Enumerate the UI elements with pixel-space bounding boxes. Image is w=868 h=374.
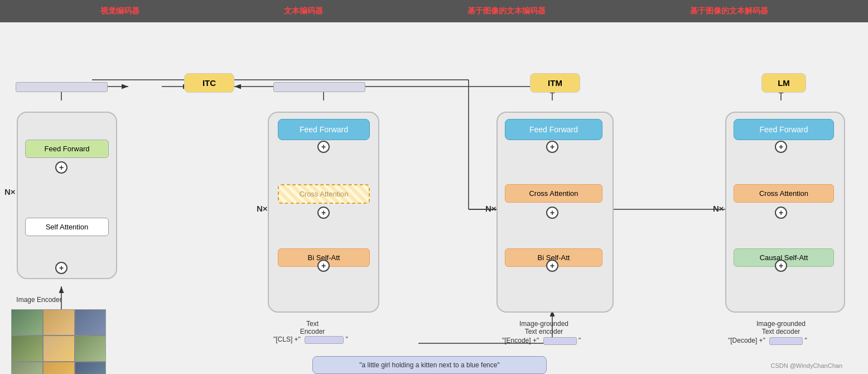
watermark: CSDN @WindyChanChan	[770, 362, 842, 369]
image-encoder-nx: N×	[4, 187, 16, 196]
image-encoder-output-bar	[16, 82, 108, 92]
ig-encoder-plus-3: +	[546, 260, 558, 272]
ig-encoder-label: Image-groundedText encoder	[499, 320, 589, 335]
ig-decoder-plus-2: +	[775, 207, 787, 219]
ig-decoder-feed-forward: Feed Forward	[734, 119, 834, 140]
itm-box: ITM	[530, 73, 580, 93]
image-grid	[11, 309, 106, 374]
arrows-svg	[0, 25, 848, 371]
ig-decoder-cross-att: Cross Attention	[734, 184, 834, 203]
lm-box: LM	[761, 73, 806, 93]
text-encoder-cross-att: Cross Attention	[278, 184, 370, 204]
image-encoder-self-att: Self Attention	[25, 218, 109, 236]
ig-decoder-input: "[Decode] +" "	[728, 337, 807, 345]
label-image-grounded-decoder: 基于图像的文本解码器	[690, 6, 768, 16]
ig-encoder-plus-1: +	[546, 141, 558, 153]
ig-encoder-input: "[Encode] +" "	[502, 337, 581, 345]
ig-encoder-feed-forward: Feed Forward	[505, 119, 602, 140]
label-vision-encoder: 视觉编码器	[100, 6, 139, 16]
itc-box: ITC	[184, 73, 234, 93]
ig-encoder-cross-att: Cross Attention	[505, 184, 602, 203]
ig-encoder-nx: N×	[485, 204, 496, 213]
label-text-encoder: 文本编码器	[284, 6, 323, 16]
label-image-grounded-encoder: 基于图像的文本编码器	[467, 6, 546, 16]
image-encoder-plus-1: +	[55, 161, 67, 174]
text-encoder-plus-1: +	[317, 141, 330, 153]
text-encoder-output-bar	[273, 82, 365, 92]
ig-decoder-plus-1: +	[775, 141, 787, 153]
image-encoder-plus-2: +	[55, 262, 67, 274]
image-encoder-label: Image Encoder	[3, 296, 75, 304]
diagram-area: N× Feed Forward + Self Attention + Image…	[0, 25, 848, 371]
text-encoder-nx: N×	[257, 204, 268, 213]
top-bar: 视觉编码器 文本编码器 基于图像的文本编码器 基于图像的文本解码器	[0, 0, 868, 22]
text-encoder-feed-forward: Feed Forward	[278, 119, 370, 140]
text-encoder-plus-3: +	[317, 260, 330, 272]
sentence-box: "a little girl holding a kitten next to …	[312, 356, 547, 374]
text-encoder-label: TextEncoder	[279, 320, 346, 335]
text-encoder-plus-2: +	[317, 207, 330, 219]
ig-decoder-nx: N×	[713, 204, 724, 213]
text-encoder-input: "[CLS] +" "	[273, 335, 348, 344]
ig-decoder-label: Image-groundedText decoder	[725, 320, 837, 335]
image-encoder-feed-forward: Feed Forward	[25, 140, 109, 158]
ig-encoder-plus-2: +	[546, 207, 558, 219]
ig-decoder-plus-3: +	[775, 260, 787, 272]
image-encoder-rounded-box	[17, 112, 117, 279]
